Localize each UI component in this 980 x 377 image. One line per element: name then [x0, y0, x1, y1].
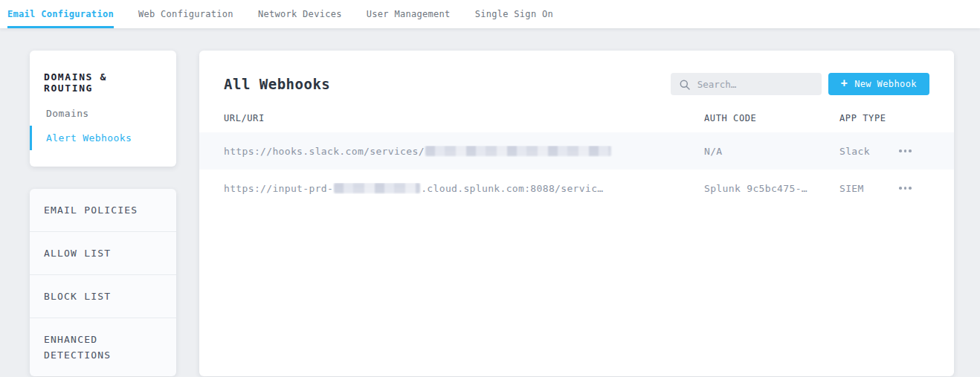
- tab-email-configuration[interactable]: Email Configuration: [7, 0, 114, 28]
- tab-web-configuration[interactable]: Web Configuration: [138, 0, 233, 28]
- tab-user-management[interactable]: User Management: [367, 0, 451, 28]
- header-actions: + New Webhook: [671, 73, 929, 95]
- app-type-cell: Slack: [839, 146, 897, 157]
- auth-code-cell: Splunk 9c5bc475-…: [704, 183, 839, 194]
- webhooks-panel: All Webhooks + New Webhook: [199, 51, 954, 376]
- app-type-cell: SIEM: [839, 183, 897, 194]
- webhook-url: https://input-prd- .cloud.splunk.com:808…: [224, 183, 704, 194]
- new-webhook-label: New Webhook: [854, 79, 917, 89]
- tab-single-sign-on[interactable]: Single Sign On: [475, 0, 553, 28]
- webhooks-header: All Webhooks + New Webhook: [199, 51, 954, 113]
- webhook-url: https://hooks.slack.com/services/: [224, 146, 704, 157]
- table-header: URL/URI AUTH CODE APP TYPE: [199, 113, 954, 132]
- sidebar: DOMAINS & ROUTING Domains Alert Webhooks…: [30, 51, 176, 376]
- domains-routing-title: DOMAINS & ROUTING: [30, 65, 176, 101]
- search-box: [671, 73, 822, 95]
- column-header-app-type: APP TYPE: [839, 113, 897, 123]
- domains-routing-card: DOMAINS & ROUTING Domains Alert Webhooks: [30, 51, 176, 167]
- page-content: DOMAINS & ROUTING Domains Alert Webhooks…: [0, 28, 980, 376]
- top-nav: Email Configuration Web Configuration Ne…: [0, 0, 980, 28]
- search-input[interactable]: [671, 73, 822, 95]
- row-actions-menu-button[interactable]: [897, 146, 913, 155]
- column-header-url: URL/URI: [224, 113, 704, 123]
- url-prefix: https://hooks.slack.com/services/: [224, 146, 425, 157]
- sidebar-item-domains[interactable]: Domains: [30, 101, 176, 126]
- redacted-url-segment: [425, 146, 611, 156]
- page-title: All Webhooks: [224, 76, 330, 92]
- sidebar-item-block-list[interactable]: BLOCK LIST: [30, 274, 176, 318]
- auth-code-cell: N/A: [704, 146, 839, 157]
- column-header-auth-code: AUTH CODE: [704, 113, 839, 123]
- row-actions-menu-button[interactable]: [897, 184, 913, 193]
- redacted-url-segment: [334, 183, 420, 193]
- plus-icon: +: [841, 78, 848, 89]
- sidebar-item-enhanced-detections[interactable]: ENHANCED DETECTIONS: [30, 318, 176, 376]
- new-webhook-button[interactable]: + New Webhook: [828, 73, 929, 95]
- tab-network-devices[interactable]: Network Devices: [258, 0, 342, 28]
- policy-sections-card: EMAIL POLICIES ALLOW LIST BLOCK LIST ENH…: [30, 189, 176, 376]
- url-prefix: https://input-prd-: [224, 183, 333, 194]
- table-row: https://input-prd- .cloud.splunk.com:808…: [199, 170, 954, 207]
- url-suffix: .cloud.splunk.com:8088/servic…: [421, 183, 603, 194]
- sidebar-item-email-policies[interactable]: EMAIL POLICIES: [30, 189, 176, 231]
- table-row: https://hooks.slack.com/services/ N/A Sl…: [199, 132, 954, 170]
- sidebar-item-alert-webhooks[interactable]: Alert Webhooks: [30, 126, 176, 150]
- sidebar-item-allow-list[interactable]: ALLOW LIST: [30, 231, 176, 274]
